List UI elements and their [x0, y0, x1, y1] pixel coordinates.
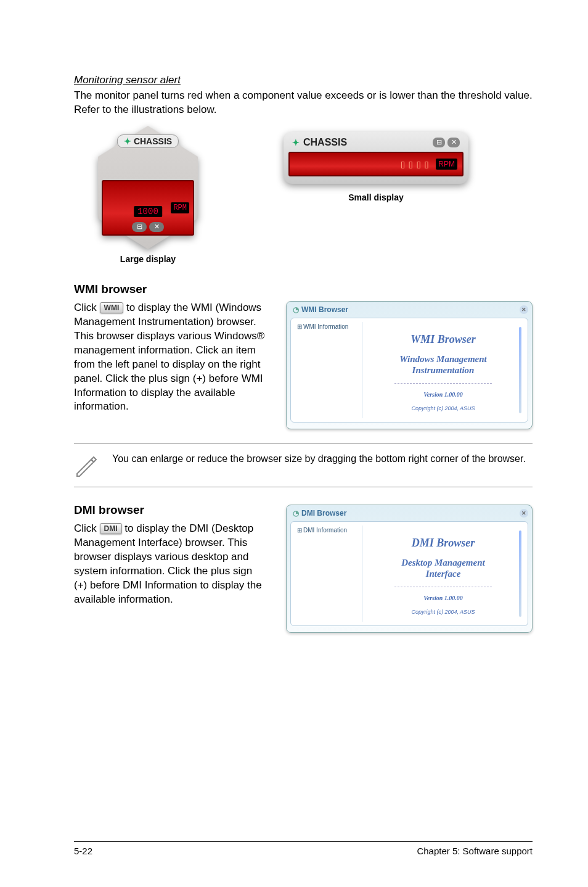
wmi-button[interactable]: WMI: [100, 302, 124, 313]
monitoring-desc: The monitor panel turns red when a compo…: [74, 89, 533, 117]
small-display-panel: ✦ CHASSIS ⊟ ✕ ▯▯▯▯ RPM: [284, 132, 468, 184]
rpm-badge-small: RPM: [436, 159, 457, 170]
wmi-version: Version 1.00.00: [423, 391, 463, 398]
small-caption: Small display: [348, 192, 403, 202]
dmi-tree[interactable]: ⊞DMI Information: [295, 526, 362, 622]
config-button[interactable]: ⊟: [433, 138, 445, 147]
config-button[interactable]: ⊟: [132, 222, 147, 232]
window-icon: ◔: [293, 305, 299, 314]
chassis-label-large: ✦ CHASSIS: [117, 134, 179, 148]
fan-icon: ✦: [292, 138, 300, 147]
wmi-browser-screenshot: ◔WMI Browser ✕ ⊞WMI Information WMI Brow…: [286, 301, 533, 429]
close-button[interactable]: ✕: [149, 222, 164, 232]
chassis-label-small: CHASSIS: [303, 137, 347, 148]
plus-icon[interactable]: ⊞: [297, 527, 302, 534]
dmi-window-title: DMI Browser: [301, 509, 346, 518]
page-number: 5-22: [74, 846, 92, 856]
dmi-version: Version 1.00.00: [423, 595, 463, 601]
wmi-heading: WMI browser: [74, 283, 533, 296]
wmi-main-title: WMI Browser: [410, 333, 476, 346]
dmi-browser-screenshot: ◔DMI Browser ✕ ⊞DMI Information DMI Brow…: [286, 505, 533, 633]
dmi-description: Click DMI to display the DMI (Desktop Ma…: [74, 522, 267, 607]
pencil-icon: [74, 452, 99, 477]
wmi-description: Click WMI to display the WMI (Windows Ma…: [74, 301, 267, 415]
large-caption: Large display: [120, 254, 176, 264]
note-block: You can enlarge or reduce the browser si…: [74, 443, 533, 487]
plus-icon[interactable]: ⊞: [297, 323, 302, 330]
monitoring-heading: Monitoring sensor alert: [74, 74, 533, 86]
scrollbar[interactable]: [519, 530, 521, 617]
window-icon: ◔: [293, 509, 299, 518]
dmi-main-sub: Desktop ManagementInterface: [401, 557, 484, 579]
close-icon[interactable]: ✕: [520, 305, 528, 314]
scrollbar[interactable]: [519, 327, 521, 413]
note-text: You can enlarge or reduce the browser si…: [112, 452, 526, 477]
rpm-badge-large: RPM: [171, 202, 189, 213]
dmi-button[interactable]: DMI: [100, 523, 122, 534]
small-digits: ▯▯▯▯: [399, 157, 431, 171]
large-display-panel: ✦ CHASSIS RPM 1000 ⊟ ✕: [92, 126, 203, 249]
dmi-main-title: DMI Browser: [412, 537, 475, 550]
wmi-window-title: WMI Browser: [301, 305, 348, 314]
wmi-main-sub: Windows ManagementInstrumentation: [399, 353, 487, 376]
fan-icon: ✦: [124, 136, 131, 146]
close-icon[interactable]: ✕: [520, 509, 528, 518]
large-value: 1000: [134, 206, 162, 217]
dmi-copyright: Copyright (c) 2004, ASUS: [411, 609, 475, 615]
chapter-label: Chapter 5: Software support: [417, 846, 533, 856]
close-button[interactable]: ✕: [447, 138, 460, 147]
wmi-copyright: Copyright (c) 2004, ASUS: [411, 405, 475, 411]
wmi-tree[interactable]: ⊞WMI Information: [295, 322, 362, 418]
